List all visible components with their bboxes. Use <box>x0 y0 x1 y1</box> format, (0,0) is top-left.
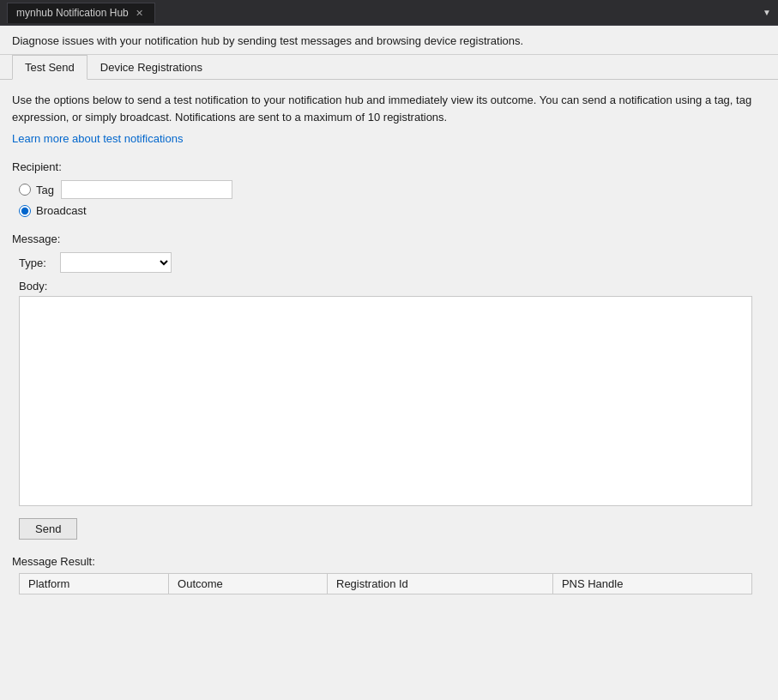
type-row: Type: Windows Phone (MPNS) Windows (WNS)… <box>19 252 766 273</box>
title-bar: mynhub Notification Hub ✕ ▼ <box>0 0 778 26</box>
learn-more-link[interactable]: Learn more about test notifications <box>12 132 183 145</box>
col-pns-handle: PNS Handle <box>552 574 751 594</box>
message-section: Message: Type: Windows Phone (MPNS) Wind… <box>12 232 766 506</box>
content-area: Diagnose issues with your notification h… <box>0 26 778 700</box>
tag-radio-row: Tag <box>19 180 766 199</box>
window-close-icon[interactable]: ✕ <box>134 7 146 19</box>
scroll-arrow-icon[interactable]: ▼ <box>763 8 771 17</box>
col-platform: Platform <box>20 574 169 594</box>
tag-radio[interactable] <box>19 184 31 196</box>
panel-test-send: Use the options below to send a test not… <box>0 80 778 700</box>
type-label: Type: <box>19 256 53 269</box>
message-result-section: Message Result: Platform Outcome Registr… <box>12 555 766 594</box>
send-button[interactable]: Send <box>19 518 77 540</box>
result-table-header-row: Platform Outcome Registration Id PNS Han… <box>20 574 752 594</box>
description-bar: Diagnose issues with your notification h… <box>0 26 778 55</box>
tab-test-send[interactable]: Test Send <box>12 55 87 80</box>
tabs-row: Test Send Device Registrations <box>0 55 778 80</box>
broadcast-radio-label: Broadcast <box>36 204 87 217</box>
body-label: Body: <box>19 280 766 293</box>
tag-input[interactable] <box>61 180 232 199</box>
recipient-section-label: Recipient: <box>12 160 766 173</box>
type-select[interactable]: Windows Phone (MPNS) Windows (WNS) Apple… <box>60 252 172 273</box>
message-section-label: Message: <box>12 232 766 245</box>
description-text: Diagnose issues with your notification h… <box>12 34 523 47</box>
col-registration-id: Registration Id <box>328 574 553 594</box>
panel-description: Use the options below to send a test not… <box>12 92 766 125</box>
body-textarea[interactable] <box>19 296 752 506</box>
title-bar-tab: mynhub Notification Hub ✕ <box>7 3 155 23</box>
recipient-radio-group: Tag Broadcast <box>19 180 766 217</box>
col-outcome: Outcome <box>169 574 328 594</box>
tag-radio-label: Tag <box>36 184 54 196</box>
message-result-label: Message Result: <box>12 555 766 568</box>
window-title: mynhub Notification Hub <box>16 7 129 19</box>
broadcast-radio-row: Broadcast <box>19 204 766 217</box>
result-table: Platform Outcome Registration Id PNS Han… <box>19 573 752 594</box>
tab-device-registrations[interactable]: Device Registrations <box>87 55 215 80</box>
window: mynhub Notification Hub ✕ ▼ Diagnose iss… <box>0 0 778 700</box>
broadcast-radio[interactable] <box>19 205 31 217</box>
